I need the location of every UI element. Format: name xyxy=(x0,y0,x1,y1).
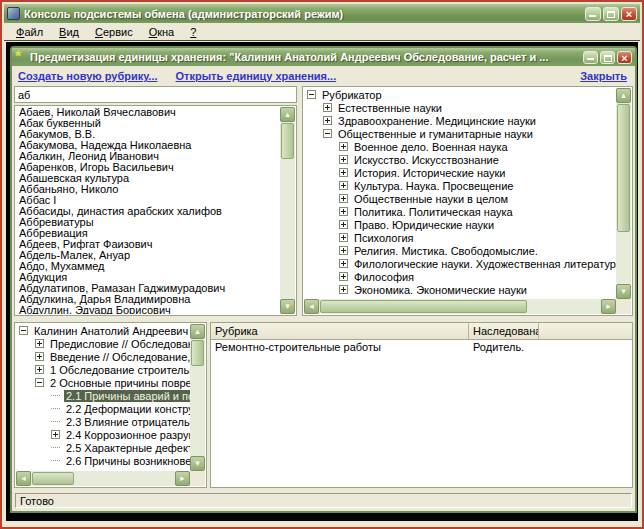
list-item[interactable]: Аббас I xyxy=(16,195,280,206)
menu-item-0[interactable]: Файл xyxy=(8,24,51,40)
scroll-left-button[interactable]: ◂ xyxy=(304,299,319,314)
scroll-down-button[interactable]: ▾ xyxy=(190,456,205,471)
collapse-icon[interactable] xyxy=(307,90,316,99)
scroll-down-button[interactable]: ▾ xyxy=(280,299,295,314)
scroll-up-button[interactable]: ▴ xyxy=(280,107,295,122)
list-item[interactable]: Абакумова, Надежда Николаевна xyxy=(16,140,280,151)
tree-node[interactable]: 2.2 Деформации конструкц xyxy=(16,402,190,415)
open-unit-link[interactable]: Открыть единицу хранения... xyxy=(176,70,337,82)
scroll-right-button[interactable]: ▸ xyxy=(601,299,616,314)
list-item[interactable]: Аббаньяно, Николо xyxy=(16,184,280,195)
list-item[interactable]: Абалкин, Леонид Иванович xyxy=(16,151,280,162)
list-item[interactable]: Аббревиатуры xyxy=(16,217,280,228)
app-titlebar[interactable]: Консоль подсистемы обмена (администратор… xyxy=(4,4,640,23)
tree-node[interactable]: Введение // Обследование, ра xyxy=(16,350,190,363)
tree-node[interactable]: 2.1 Причины аварий и повре xyxy=(16,389,190,402)
list-item[interactable]: Аббасиды, династия арабских халифов xyxy=(16,206,280,217)
collapse-icon[interactable] xyxy=(19,326,28,335)
scroll-thumb[interactable] xyxy=(320,300,527,313)
expand-icon[interactable] xyxy=(339,285,348,294)
tree-node[interactable]: Экономика. Экономические науки xyxy=(304,283,616,296)
tree-node[interactable]: Рубрикатор xyxy=(304,88,616,101)
subject-list-scrollbar[interactable]: ▴ ▾ xyxy=(280,107,295,314)
scroll-right-button[interactable]: ▸ xyxy=(175,471,190,486)
scroll-thumb[interactable] xyxy=(32,472,74,485)
tree-node[interactable]: Общественные и гуманитарные науки xyxy=(304,127,616,140)
tree-node[interactable]: 2.3 Влияние отрицательных xyxy=(16,415,190,428)
scroll-thumb[interactable] xyxy=(191,340,204,366)
tree-node[interactable]: История. Исторические науки xyxy=(304,166,616,179)
tree-node[interactable]: Военное дело. Военная наука xyxy=(304,140,616,153)
list-item[interactable]: Абдукция xyxy=(16,272,280,283)
list-item[interactable]: Абак буквенный xyxy=(16,118,280,129)
tree-node[interactable]: 1 Обследование строительных xyxy=(16,363,190,376)
tree-node[interactable]: Право. Юридические науки xyxy=(304,218,616,231)
list-item[interactable]: Абашевская культура xyxy=(16,173,280,184)
scroll-up-button[interactable]: ▴ xyxy=(190,324,205,339)
dialog-close-button[interactable]: × xyxy=(617,51,632,64)
tree-node[interactable]: Религия. Мистика. Свободомыслие. xyxy=(304,244,616,257)
expand-icon[interactable] xyxy=(339,259,348,268)
rubricator-horizontal-scrollbar[interactable]: ◂ ▸ xyxy=(304,299,616,314)
list-item[interactable]: Абдо, Мухаммед xyxy=(16,261,280,272)
expand-icon[interactable] xyxy=(323,103,332,112)
list-item[interactable]: Абакумов, В.В. xyxy=(16,129,280,140)
list-item[interactable]: Абдулкина, Дарья Владимировна xyxy=(16,294,280,305)
tree-node[interactable]: Калинин Анатолий Андреевич Обсл xyxy=(16,324,190,337)
collapse-icon[interactable] xyxy=(323,129,332,138)
tree-node[interactable]: Психология xyxy=(304,231,616,244)
list-item[interactable]: Аббревиация xyxy=(16,228,280,239)
expand-icon[interactable] xyxy=(339,207,348,216)
tree-node[interactable]: Предисловие // Обследование xyxy=(16,337,190,350)
list-item[interactable]: Абдуллин, Эдуард Борисович xyxy=(16,305,280,314)
tree-node[interactable]: Философия xyxy=(304,270,616,283)
tree-node[interactable]: Филологические науки. Художественная лит… xyxy=(304,257,616,270)
dialog-minimize-button[interactable] xyxy=(583,51,598,64)
expand-icon[interactable] xyxy=(323,116,332,125)
column-header[interactable]: Рубрика xyxy=(211,323,469,340)
minimize-button[interactable] xyxy=(585,7,601,21)
expand-icon[interactable] xyxy=(339,168,348,177)
expand-icon[interactable] xyxy=(339,194,348,203)
expand-icon[interactable] xyxy=(339,233,348,242)
document-horizontal-scrollbar[interactable]: ◂ ▸ xyxy=(16,471,190,486)
tree-node[interactable]: Естественные науки xyxy=(304,101,616,114)
expand-icon[interactable] xyxy=(35,339,44,348)
dialog-titlebar[interactable]: * Предметизация единицы хранения: "Калин… xyxy=(12,48,635,66)
expand-icon[interactable] xyxy=(339,181,348,190)
list-item[interactable]: Абдель-Малек, Ануар xyxy=(16,250,280,261)
tree-node[interactable]: Политика. Политическая наука xyxy=(304,205,616,218)
tree-node[interactable]: Здравоохранение. Медицинские науки xyxy=(304,114,616,127)
column-header[interactable]: Наследована xyxy=(469,323,539,340)
document-vertical-scrollbar[interactable]: ▴ ▾ xyxy=(190,324,205,471)
tree-node[interactable]: 2.4 Коррозионное разрушен xyxy=(16,428,190,441)
maximize-button[interactable] xyxy=(603,7,619,21)
expand-icon[interactable] xyxy=(35,352,44,361)
expand-icon[interactable] xyxy=(51,430,60,439)
scroll-thumb[interactable] xyxy=(281,123,294,159)
expand-icon[interactable] xyxy=(35,365,44,374)
column-header[interactable] xyxy=(539,323,632,340)
tree-node[interactable]: 2.5 Характерные дефекты э xyxy=(16,441,190,454)
scroll-down-button[interactable]: ▾ xyxy=(616,284,631,299)
expand-icon[interactable] xyxy=(339,142,348,151)
list-item[interactable]: Абаренков, Игорь Васильевич xyxy=(16,162,280,173)
close-link[interactable]: Закрыть xyxy=(580,70,627,82)
list-item[interactable]: Абдеев, Рифгат Фаизович xyxy=(16,239,280,250)
expand-icon[interactable] xyxy=(339,272,348,281)
tree-node[interactable]: Искусство. Искусствознание xyxy=(304,153,616,166)
table-row[interactable]: Ремонтно-строительные работыРодитель. xyxy=(211,340,632,355)
scroll-left-button[interactable]: ◂ xyxy=(16,471,31,486)
dialog-maximize-button[interactable] xyxy=(600,51,615,64)
rubricator-vertical-scrollbar[interactable]: ▴ ▾ xyxy=(616,88,631,299)
tree-node[interactable]: Общественные науки в целом xyxy=(304,192,616,205)
create-rubric-link[interactable]: Создать новую рубрику... xyxy=(18,70,158,82)
filter-input[interactable] xyxy=(14,86,297,103)
menu-item-4[interactable]: ? xyxy=(182,24,204,40)
tree-node[interactable]: Культура. Наука. Просвещение xyxy=(304,179,616,192)
expand-icon[interactable] xyxy=(339,246,348,255)
scroll-up-button[interactable]: ▴ xyxy=(616,88,631,103)
close-button[interactable]: × xyxy=(621,7,637,21)
menu-item-2[interactable]: Сервис xyxy=(87,24,141,40)
menu-item-3[interactable]: Окна xyxy=(141,24,183,40)
